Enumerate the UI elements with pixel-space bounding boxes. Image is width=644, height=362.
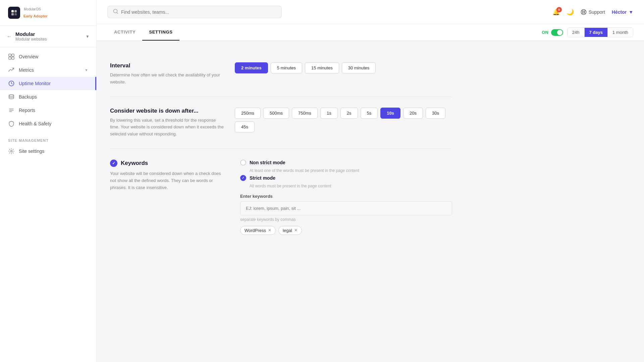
downtime-btn-30s[interactable]: 30s: [426, 108, 445, 119]
header: 🔔 9 🌙 Support Héctor ▼: [97, 0, 644, 24]
downtime-btn-2s[interactable]: 2s: [340, 108, 358, 119]
strict-mode-option[interactable]: Strict mode: [240, 175, 452, 181]
svg-point-17: [583, 11, 585, 13]
sidebar-item-site-settings[interactable]: Site settings: [0, 144, 96, 158]
sidebar-label-backups: Backups: [19, 94, 37, 100]
downtime-btn-750ms[interactable]: 750ms: [292, 108, 318, 119]
tabs-bar: ACTIVITY SETTINGS ON 24h 7 days 1 month: [97, 24, 644, 41]
chevron-down-icon: ▼: [86, 34, 90, 39]
tab-settings[interactable]: SETTINGS: [142, 24, 179, 41]
downtime-btn-1s[interactable]: 1s: [320, 108, 338, 119]
interval-btn-30min[interactable]: 30 minutes: [342, 62, 376, 73]
search-bar[interactable]: [107, 6, 282, 18]
site-management-label: SITE MANAGEMENT: [0, 133, 96, 144]
sidebar-label-health: Health & Safety: [19, 121, 51, 126]
non-strict-radio[interactable]: [240, 160, 246, 166]
svg-rect-4: [9, 54, 11, 56]
sidebar: ModularDS Early Adopter ← Modular Modula…: [0, 0, 97, 362]
downtime-options: 250ms 500ms 750ms 1s 2s 5s 10s 20s 30s 4…: [235, 108, 452, 132]
downtime-btn-500ms[interactable]: 500ms: [263, 108, 289, 119]
grid-icon: [8, 53, 15, 60]
sidebar-item-metrics[interactable]: Metrics ▼: [0, 63, 96, 77]
dark-mode-button[interactable]: 🌙: [567, 8, 574, 16]
shield-icon: [8, 120, 15, 127]
keyword-tag-legal: legal ✕: [278, 226, 302, 235]
downtime-desc: By lowering this value, set a threshold …: [110, 117, 224, 138]
downtime-btn-20s[interactable]: 20s: [403, 108, 423, 119]
interval-desc: Determine how often we will check the av…: [110, 72, 224, 86]
trending-icon: [8, 67, 15, 73]
sidebar-item-backups[interactable]: Backups: [0, 90, 96, 104]
clock-icon: [8, 80, 15, 87]
interval-title: Interval: [110, 62, 224, 69]
sidebar-item-uptime[interactable]: Uptime Monitor: [0, 77, 96, 90]
downtime-btn-5s[interactable]: 5s: [361, 108, 378, 119]
app-logo-icon: [8, 7, 20, 19]
user-chevron-icon: ▼: [629, 9, 633, 15]
toggle-switch[interactable]: [551, 29, 563, 36]
svg-rect-0: [11, 10, 14, 12]
non-strict-desc: At least one of the words must be presen…: [250, 168, 452, 173]
support-button[interactable]: Support: [581, 9, 605, 15]
svg-rect-6: [9, 57, 11, 59]
interval-btn-15min[interactable]: 15 minutes: [305, 62, 339, 73]
time-btn-7days[interactable]: 7 days: [585, 28, 608, 37]
svg-point-13: [11, 150, 12, 152]
svg-rect-2: [11, 13, 14, 15]
svg-line-15: [117, 12, 118, 14]
sidebar-item-reports[interactable]: Reports: [0, 104, 96, 117]
sidebar-label-uptime: Uptime Monitor: [19, 81, 51, 86]
svg-rect-1: [14, 10, 17, 12]
non-strict-label: Non strict mode: [250, 160, 285, 165]
user-menu-button[interactable]: Héctor ▼: [612, 9, 633, 15]
downtime-btn-10s[interactable]: 10s: [380, 108, 400, 119]
downtime-btn-45s[interactable]: 45s: [235, 121, 255, 132]
interval-btn-5min[interactable]: 5 minutes: [271, 62, 302, 73]
project-name: Modular: [15, 31, 47, 37]
toggle-label: ON: [542, 30, 548, 35]
app-name: ModularDS: [23, 7, 48, 14]
remove-wordpress-tag[interactable]: ✕: [268, 228, 271, 233]
strict-label: Strict mode: [250, 175, 275, 181]
time-btn-1month[interactable]: 1 month: [608, 28, 633, 37]
keywords-input[interactable]: [240, 201, 452, 215]
metrics-chevron-icon: ▼: [85, 68, 88, 72]
sidebar-label-reports: Reports: [19, 108, 35, 113]
keyword-tags: WordPress ✕ legal ✕: [240, 226, 452, 235]
nav-items: Overview Metrics ▼ Uptime Monitor Backup…: [0, 47, 96, 133]
sidebar-label-site-settings: Site settings: [19, 148, 44, 154]
svg-rect-5: [12, 54, 14, 56]
settings-content: Interval Determine how often we will che…: [97, 41, 466, 256]
sidebar-logo: ModularDS Early Adopter: [0, 0, 96, 26]
notification-button[interactable]: 🔔 9: [552, 8, 560, 16]
svg-rect-3: [14, 13, 17, 15]
keywords-check-icon: ✓: [110, 160, 117, 167]
project-subtitle: Modular websites: [15, 37, 47, 42]
tab-activity[interactable]: ACTIVITY: [107, 24, 142, 41]
sidebar-item-health[interactable]: Health & Safety: [0, 117, 96, 130]
keywords-input-label: Enter keywords: [240, 194, 452, 199]
app-badge: Early Adopter: [23, 14, 48, 18]
downtime-btn-250ms[interactable]: 250ms: [235, 108, 261, 119]
keywords-desc: Your website will be considered down whe…: [110, 170, 224, 191]
on-off-toggle: ON: [542, 29, 563, 36]
remove-legal-tag[interactable]: ✕: [294, 228, 298, 233]
keywords-title: ✓ Keywords: [110, 160, 224, 167]
interval-btn-2min[interactable]: 2 minutes: [235, 62, 268, 73]
content-area: ACTIVITY SETTINGS ON 24h 7 days 1 month: [97, 24, 644, 362]
sidebar-label-overview: Overview: [19, 54, 38, 59]
svg-point-9: [9, 95, 14, 96]
svg-rect-7: [12, 57, 14, 59]
sidebar-item-overview[interactable]: Overview: [0, 50, 96, 63]
strict-radio[interactable]: [240, 175, 246, 181]
time-btn-24h[interactable]: 24h: [568, 28, 585, 37]
back-arrow-icon[interactable]: ←: [7, 34, 12, 40]
mode-radio-group: Non strict mode At least one of the word…: [240, 160, 452, 188]
search-input[interactable]: [121, 9, 276, 15]
non-strict-mode-option[interactable]: Non strict mode: [240, 160, 452, 166]
settings-icon: [8, 148, 15, 155]
interval-section: Interval Determine how often we will che…: [110, 52, 452, 97]
project-selector[interactable]: ← Modular Modular websites ▼: [7, 31, 90, 42]
strict-desc: All words must be present in the page co…: [250, 184, 452, 188]
keywords-hint: separate keywords by commas: [240, 217, 452, 222]
